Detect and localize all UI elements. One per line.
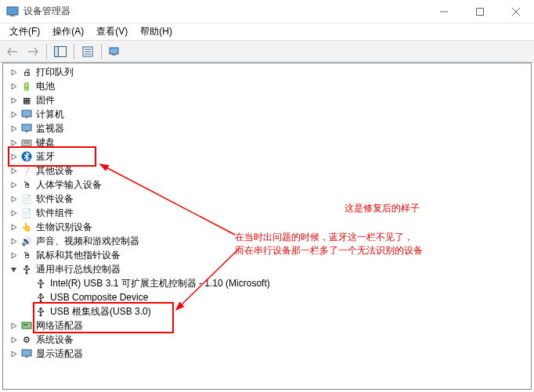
- tree-node[interactable]: ❔其他设备: [3, 164, 531, 178]
- svg-rect-7: [55, 46, 59, 56]
- system-icon: ⚙: [20, 333, 33, 346]
- tree-node[interactable]: 🔋电池: [3, 79, 531, 93]
- menu-action[interactable]: 操作(A): [46, 23, 90, 40]
- device-tree-panel[interactable]: 🖨打印队列🔋电池▦固件计算机监视器键盘蓝牙❔其他设备🖱人体学输入设备📄软件设备📄…: [2, 63, 532, 390]
- window-titlebar: 设备管理器: [0, 0, 534, 23]
- chevron-right-icon[interactable]: [8, 193, 19, 204]
- tree-node-label: 系统设备: [36, 333, 74, 347]
- tree-node-label: Intel(R) USB 3.1 可扩展主机控制器 - 1.10 (Micros…: [50, 276, 270, 290]
- tree-node[interactable]: USB Composite Device: [3, 290, 531, 304]
- chevron-right-icon[interactable]: [8, 95, 19, 106]
- svg-rect-15: [25, 117, 28, 118]
- computer-icon: [20, 108, 33, 120]
- svg-rect-48: [26, 324, 27, 325]
- tree-node[interactable]: ▦固件: [3, 93, 531, 107]
- chevron-right-icon[interactable]: [8, 179, 19, 190]
- chevron-right-icon[interactable]: [8, 320, 19, 331]
- tree-node-label: 人体学输入设备: [36, 178, 102, 192]
- tree-node-label: USB 根集线器(USB 3.0): [50, 304, 151, 318]
- software-icon: 📄: [20, 192, 33, 205]
- show-hide-console-button[interactable]: [51, 43, 70, 60]
- chevron-right-icon[interactable]: [8, 137, 19, 148]
- minimize-button[interactable]: [426, 0, 462, 23]
- chevron-right-icon[interactable]: [8, 250, 19, 261]
- tree-node-label: 网络适配器: [36, 318, 83, 333]
- tree-node[interactable]: 蓝牙: [3, 149, 531, 164]
- toolbar: [0, 41, 534, 63]
- tree-node-label: 计算机: [36, 107, 64, 121]
- svg-rect-0: [7, 7, 18, 15]
- close-button[interactable]: [498, 0, 534, 23]
- tree-node[interactable]: 网络适配器: [3, 318, 531, 333]
- svg-rect-13: [112, 54, 116, 56]
- chevron-right-icon[interactable]: [8, 109, 19, 120]
- tree-node-label: 监视器: [36, 121, 64, 135]
- chevron-right-icon[interactable]: [8, 67, 19, 77]
- biometric-icon: 👆: [20, 221, 33, 233]
- menubar: 文件(F) 操作(A) 查看(V) 帮助(H): [0, 23, 534, 41]
- battery-icon: 🔋: [20, 80, 33, 92]
- menu-file[interactable]: 文件(F): [3, 23, 46, 40]
- usb-icon: [34, 291, 47, 304]
- tree-node[interactable]: 🖱鼠标和其他指针设备: [3, 248, 531, 262]
- tree-node[interactable]: 🔊声音、视频和游戏控制器: [3, 234, 531, 248]
- svg-rect-12: [110, 48, 118, 54]
- toolbar-separator: [101, 44, 102, 59]
- menu-view[interactable]: 查看(V): [90, 23, 134, 40]
- usb-icon: [20, 263, 33, 275]
- bluetooth-icon: [20, 150, 33, 163]
- tree-node[interactable]: 🖱人体学输入设备: [3, 178, 531, 192]
- window-title: 设备管理器: [23, 5, 70, 18]
- tree-node[interactable]: 📄软件组件: [3, 206, 531, 220]
- app-icon: [6, 5, 19, 18]
- chevron-right-icon[interactable]: [8, 165, 19, 176]
- tree-node[interactable]: USB 根集线器(USB 3.0): [3, 304, 531, 318]
- tree-node[interactable]: Intel(R) USB 3.1 可扩展主机控制器 - 1.10 (Micros…: [3, 276, 531, 290]
- tree-node-label: 电池: [36, 79, 55, 93]
- chevron-right-icon[interactable]: [8, 334, 19, 345]
- tree-node-label: USB Composite Device: [50, 290, 148, 304]
- nav-back-button[interactable]: [3, 43, 22, 60]
- device-tree: 🖨打印队列🔋电池▦固件计算机监视器键盘蓝牙❔其他设备🖱人体学输入设备📄软件设备📄…: [3, 63, 531, 362]
- chevron-right-icon[interactable]: [8, 123, 19, 134]
- chevron-down-icon[interactable]: [8, 264, 19, 275]
- tree-node-label: 生物识别设备: [36, 220, 92, 234]
- chevron-right-icon[interactable]: [8, 221, 19, 232]
- sound-icon: 🔊: [20, 235, 33, 247]
- tree-node[interactable]: 显示适配器: [3, 347, 531, 361]
- usb-icon: [34, 277, 47, 290]
- tree-node-label: 声音、视频和游戏控制器: [36, 234, 139, 248]
- chevron-right-icon[interactable]: [8, 81, 19, 92]
- properties-button[interactable]: [78, 43, 97, 60]
- toolbar-separator: [74, 44, 74, 59]
- tree-node-label: 软件设备: [36, 192, 74, 206]
- tree-node[interactable]: ⚙系统设备: [3, 333, 531, 347]
- tree-node[interactable]: 计算机: [3, 107, 531, 121]
- display-icon: [20, 347, 33, 360]
- tree-node-label: 打印队列: [36, 65, 74, 79]
- mouse-icon: 🖱: [20, 249, 33, 261]
- tree-node[interactable]: 通用串行总线控制器: [3, 262, 531, 276]
- tree-node-label: 软件组件: [36, 206, 74, 220]
- chevron-right-icon[interactable]: [8, 151, 19, 162]
- tree-node-label: 其他设备: [36, 164, 74, 178]
- toolbar-separator: [46, 44, 47, 59]
- nav-forward-button[interactable]: [23, 43, 42, 60]
- tree-node[interactable]: 键盘: [3, 135, 531, 149]
- svg-rect-3: [477, 8, 484, 15]
- svg-rect-49: [22, 350, 31, 356]
- tree-node[interactable]: 监视器: [3, 121, 531, 135]
- menu-help[interactable]: 帮助(H): [134, 23, 179, 40]
- chevron-right-icon[interactable]: [8, 236, 19, 246]
- tree-node[interactable]: 👆生物识别设备: [3, 220, 531, 234]
- maximize-button[interactable]: [462, 0, 498, 23]
- tree-node-label: 鼠标和其他指针设备: [36, 248, 121, 262]
- tree-node-label: 显示适配器: [36, 347, 83, 361]
- chevron-right-icon[interactable]: [8, 348, 19, 359]
- scan-hardware-button[interactable]: [106, 43, 124, 60]
- usb-icon: [34, 305, 47, 318]
- tree-node[interactable]: 🖨打印队列: [3, 65, 531, 79]
- chevron-right-icon[interactable]: [8, 207, 19, 218]
- software-icon: 📄: [20, 207, 33, 219]
- tree-node[interactable]: 📄软件设备: [3, 192, 531, 206]
